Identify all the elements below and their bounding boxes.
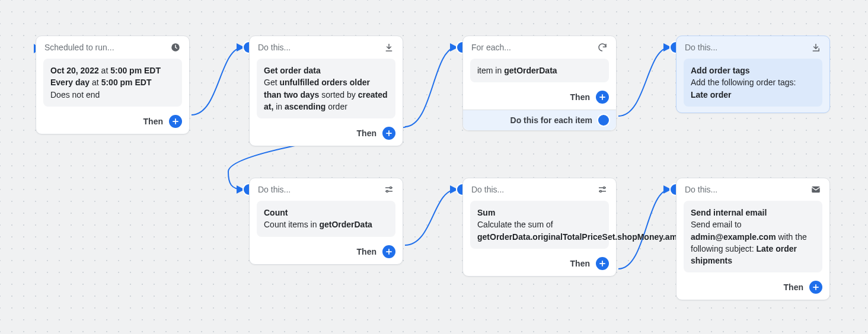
adjust-icon — [384, 184, 394, 195]
then-label: Then — [570, 259, 590, 268]
get-order-data-description: Get order data Get unfulfilled orders ol… — [257, 59, 395, 118]
trigger-card[interactable]: Scheduled to run... Oct 20, 2022 at 5:00… — [36, 36, 190, 134]
send-email-card[interactable]: Do this... Send internal email Send emai… — [676, 178, 830, 300]
then-label: Then — [570, 92, 590, 102]
count-card[interactable]: Do this... Count Count items in getOrder… — [249, 178, 403, 265]
card-title: Do this... — [685, 43, 810, 52]
svg-point-3 — [604, 187, 605, 189]
clock-icon — [170, 42, 181, 53]
email-description: Send internal email Send email to admin@… — [684, 201, 822, 272]
email-icon — [810, 184, 821, 195]
import-icon — [810, 42, 821, 53]
add-step-button[interactable] — [596, 91, 609, 104]
add-tags-description: Add order tags Add the following order t… — [684, 59, 822, 107]
card-title: For each... — [471, 43, 597, 52]
foreach-description: item in getOrderData — [470, 59, 609, 82]
sum-description: Sum Calculate the sum of getOrderData.or… — [470, 201, 609, 249]
download-icon — [384, 42, 394, 53]
add-step-button[interactable] — [382, 245, 395, 258]
add-step-button[interactable] — [809, 281, 822, 294]
add-step-button[interactable] — [596, 257, 609, 270]
card-title: Do this... — [258, 43, 384, 52]
foreach-footer: Do this for each item — [463, 110, 616, 130]
trigger-description: Oct 20, 2022 at 5:00 pm EDT Every day at… — [43, 59, 182, 107]
then-label: Then — [357, 129, 376, 138]
for-each-card[interactable]: For each... item in getOrderData Then Do… — [462, 36, 617, 131]
foreach-output-dot — [598, 115, 609, 126]
add-step-button[interactable] — [382, 127, 395, 140]
card-title: Do this... — [685, 185, 810, 194]
svg-point-2 — [387, 191, 388, 192]
svg-point-4 — [600, 191, 602, 192]
sum-card[interactable]: Do this... Sum Calculate the sum of getO… — [462, 178, 617, 277]
card-title: Do this... — [471, 185, 597, 194]
svg-point-1 — [390, 187, 392, 189]
get-order-data-card[interactable]: Do this... Get order data Get unfulfille… — [249, 36, 403, 146]
card-title: Do this... — [258, 185, 384, 194]
count-description: Count Count items in getOrderData — [257, 201, 395, 237]
adjust-icon — [597, 184, 608, 195]
then-label: Then — [784, 282, 803, 292]
then-label: Then — [357, 247, 376, 256]
repeat-icon — [597, 42, 608, 53]
add-order-tags-card[interactable]: Do this... Add order tags Add the follow… — [676, 36, 830, 113]
add-step-button[interactable] — [169, 115, 182, 128]
then-label: Then — [143, 117, 163, 126]
card-title: Scheduled to run... — [44, 43, 170, 52]
